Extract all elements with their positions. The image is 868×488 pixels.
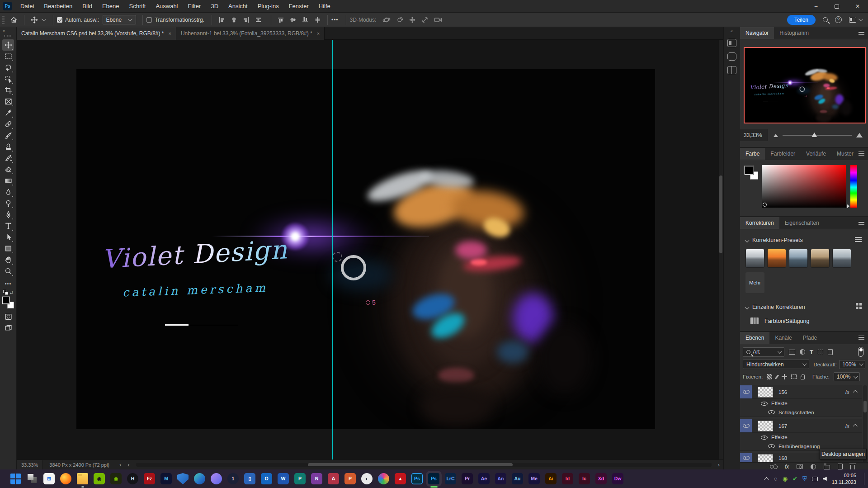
navigator-zoom-field[interactable]: 33,33% [740,129,768,141]
tray-overflow-icon[interactable] [764,477,769,482]
security-tray-icon[interactable]: ⛨ [802,476,807,482]
libraries-panel-icon[interactable] [727,66,736,74]
adjustment-preset-thumbnail[interactable] [832,249,851,268]
dodge-tool[interactable] [2,198,14,209]
menu-item[interactable]: Datei [15,0,39,13]
task-view-icon[interactable] [27,473,38,484]
tab-close-icon[interactable]: × [168,31,171,36]
tab-farbe[interactable]: Farbe [740,148,765,160]
link-layers-icon[interactable] [770,465,774,469]
visibility-cell[interactable] [740,453,752,463]
brush-tool[interactable] [2,130,14,141]
align-bottom-icon[interactable] [299,17,311,23]
auto-select-checkbox[interactable] [57,17,62,23]
type-tool[interactable] [2,220,14,232]
vertical-scrollbar-thumb[interactable] [719,175,722,253]
firefox-icon[interactable] [60,473,71,484]
layers-scrollbar-thumb[interactable] [863,401,867,412]
scroll-right-icon[interactable]: › [718,461,720,468]
workspace-chevron-icon[interactable] [859,17,863,21]
3d-pan-icon[interactable] [406,16,419,24]
adjustment-preset-thumbnail[interactable] [745,249,764,268]
panel-menu-icon[interactable] [859,31,864,35]
eye-icon[interactable] [761,402,768,406]
crop-tool[interactable] [2,85,14,96]
lock-transparency-icon[interactable] [767,374,772,379]
more-presets-button[interactable]: Mehr [745,272,764,293]
lock-pixels-icon[interactable] [775,374,779,379]
strip-collapse-icon[interactable]: « [724,27,740,33]
tab-muster[interactable]: Muster [831,148,859,160]
layer-thumbnail[interactable] [758,387,773,398]
distribute-vertical-icon[interactable] [311,17,324,23]
3d-camera-icon[interactable] [431,17,445,23]
status-zoom-field[interactable]: 33.33% [17,460,43,469]
lightroom-classic-icon[interactable]: LrC [445,473,456,484]
tool-preset-chevron-icon[interactable] [42,17,46,21]
menu-item[interactable]: Hilfe [314,0,335,13]
layer-row[interactable]: 167 fx [740,419,862,433]
after-effects-icon[interactable]: Ae [478,473,490,484]
illustrator-icon[interactable]: Ai [545,473,557,484]
tab-pfade[interactable]: Pfade [797,332,822,344]
panel-menu-icon[interactable] [859,221,864,225]
menu-item[interactable]: Filter [183,0,206,13]
dreamweaver-icon[interactable]: Dw [612,473,623,484]
opacity-field[interactable]: 100% [839,360,865,369]
adjustment-preset-thumbnail[interactable] [789,249,808,268]
menu-item[interactable]: Bearbeiten [39,0,77,13]
share-button[interactable]: Teilen [787,15,816,25]
align-center-horizontal-icon[interactable] [228,17,240,23]
zoom-out-icon[interactable] [774,134,778,137]
hue-bar[interactable] [850,165,857,208]
list-view-icon[interactable] [855,237,862,242]
hwinfo-icon[interactable]: H [127,473,138,484]
premiere-icon[interactable]: Pr [462,473,473,484]
toolbar-grip[interactable] [4,35,12,37]
nvidia-tray-icon[interactable]: ◉ [783,476,788,482]
access-icon[interactable]: A [328,473,339,484]
workspace-switcher-icon[interactable] [849,17,856,23]
windows-start-icon[interactable] [10,473,21,484]
document-canvas[interactable]: Violet Design catalin merscham 5 [76,69,655,429]
path-selection-tool[interactable] [2,232,14,243]
cyan-guide-line[interactable] [332,40,333,460]
eyedropper-tool[interactable] [2,107,14,118]
tab-verlaeufe[interactable]: Verläufe [801,148,831,160]
horizontal-scrollbar-thumb[interactable] [308,463,513,466]
auto-select-dropdown[interactable]: Ebene [103,15,136,24]
chevron-down-icon[interactable] [745,238,750,242]
eye-icon[interactable] [768,410,775,414]
chevron-down-icon[interactable] [745,305,750,309]
document-tab-active[interactable]: Catalin Merscham CS6.psd bei 33,3% (Vors… [17,27,176,40]
effects-row[interactable]: Effekte [740,433,862,442]
foreground-color-swatch[interactable] [2,297,9,304]
filezilla-icon[interactable]: Fz [144,473,155,484]
grid-view-icon[interactable] [856,303,862,309]
adjustment-preset-thumbnail[interactable] [767,249,786,268]
swap-colors-icon[interactable]: ⇄ [10,290,14,295]
align-left-icon[interactable] [216,17,228,23]
slider-knob[interactable] [811,133,817,137]
layer-thumbnail[interactable] [758,454,773,462]
eye-icon[interactable] [743,390,750,394]
powerpoint-icon[interactable]: P [344,473,356,484]
zoom-tool[interactable] [2,265,14,277]
rectangle-tool[interactable] [2,243,14,254]
new-layer-icon[interactable] [838,464,843,469]
eraser-tool[interactable] [2,164,14,175]
nvidia-settings-icon[interactable]: ◉ [110,473,122,484]
collapse-effects-icon[interactable] [853,390,858,394]
layer-filter-toggle[interactable] [858,347,863,357]
creative-cloud-icon[interactable] [378,473,389,484]
speaker-icon[interactable] [823,477,827,481]
tab-kanaele[interactable]: Kanäle [769,332,797,344]
filter-image-layers-icon[interactable] [789,350,795,355]
hue-saturation-item[interactable]: Farbton/Sättigung [750,317,809,324]
filter-type-layers-icon[interactable]: T [810,349,813,355]
navigator-thumbnail[interactable]: Violet Design catalin merscham 5 [744,47,866,123]
onenote-icon[interactable]: N [311,473,322,484]
add-adjustment-icon[interactable] [811,464,816,469]
comments-panel-icon[interactable] [727,52,736,61]
visibility-cell[interactable] [740,385,752,398]
